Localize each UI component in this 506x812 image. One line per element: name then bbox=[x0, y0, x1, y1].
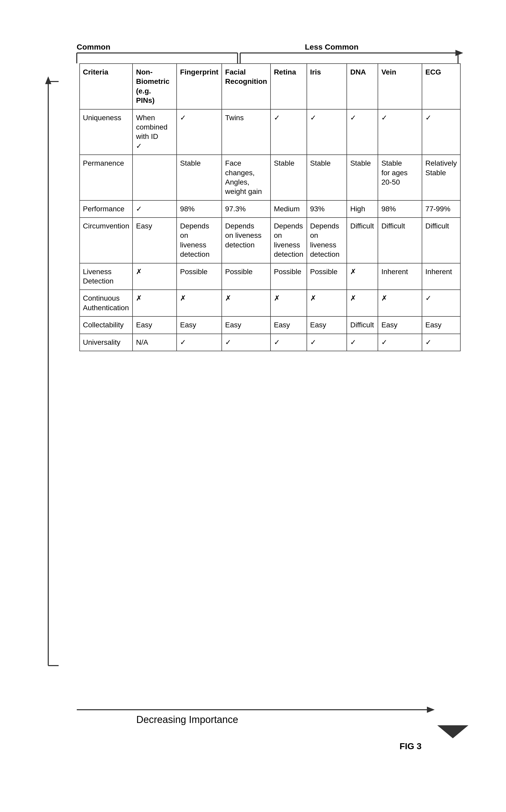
col-header-non-biometric: Non- Biometric (e.g. PINs) bbox=[133, 64, 177, 109]
cell-ecg: Easy bbox=[422, 317, 460, 334]
cell-criteria: Uniqueness bbox=[80, 109, 133, 155]
cell-fingerprint: 98% bbox=[177, 200, 222, 217]
table-wrapper: Criteria Non- Biometric (e.g. PINs) Fing… bbox=[79, 63, 460, 351]
page-container: Common Less Common Criteria Non- Biometr… bbox=[0, 0, 506, 812]
cell-ecg: ✓ bbox=[422, 109, 460, 155]
cell-fingerprint: ✗ bbox=[177, 290, 222, 317]
table-row: UniversalityN/A✓✓✓✓✓✓✓ bbox=[80, 334, 460, 351]
cell-ecg: ✓ bbox=[422, 334, 460, 351]
cell-ecg: Difficult bbox=[422, 217, 460, 263]
cell-non-biometric: ✓ bbox=[133, 200, 177, 217]
cell-iris: Stable bbox=[307, 155, 347, 200]
cell-vein: Easy bbox=[378, 317, 422, 334]
fig-label: FIG 3 bbox=[399, 741, 421, 751]
cell-dna: Difficult bbox=[347, 217, 378, 263]
cell-iris: Possible bbox=[307, 263, 347, 290]
table-row: CircumventionEasyDepends on liveness det… bbox=[80, 217, 460, 263]
cell-vein: Inherent bbox=[378, 263, 422, 290]
less-common-label: Less Common bbox=[305, 43, 359, 51]
cell-facial: Easy bbox=[222, 317, 270, 334]
cell-fingerprint: Stable bbox=[177, 155, 222, 200]
cell-vein: 98% bbox=[378, 200, 422, 217]
cell-dna: ✓ bbox=[347, 109, 378, 155]
cell-dna: Stable bbox=[347, 155, 378, 200]
cell-retina: ✓ bbox=[270, 109, 307, 155]
cell-fingerprint: Possible bbox=[177, 263, 222, 290]
cell-retina: ✗ bbox=[270, 290, 307, 317]
table-row: Continuous Authentication✗✗✗✗✗✗✗✓ bbox=[80, 290, 460, 317]
svg-marker-3 bbox=[45, 76, 51, 84]
cell-non-biometric: N/A bbox=[133, 334, 177, 351]
cell-facial: 97.3% bbox=[222, 200, 270, 217]
cell-iris: Depends on liveness detection bbox=[307, 217, 347, 263]
cell-non-biometric bbox=[133, 155, 177, 200]
cell-fingerprint: ✓ bbox=[177, 109, 222, 155]
cell-retina: ✓ bbox=[270, 334, 307, 351]
table-row: UniquenessWhen combined with ID ✓✓Twins✓… bbox=[80, 109, 460, 155]
col-header-facial: Facial Recognition bbox=[222, 64, 270, 109]
cell-facial: Face changes, Angles, weight gain bbox=[222, 155, 270, 200]
col-header-dna: DNA bbox=[347, 64, 378, 109]
cell-facial: Possible bbox=[222, 263, 270, 290]
cell-facial: ✗ bbox=[222, 290, 270, 317]
cell-ecg: ✓ bbox=[422, 290, 460, 317]
content-area: Common Less Common Criteria Non- Biometr… bbox=[33, 29, 474, 783]
cell-dna: ✗ bbox=[347, 290, 378, 317]
cell-non-biometric: Easy bbox=[133, 217, 177, 263]
svg-marker-11 bbox=[437, 725, 469, 738]
cell-dna: Difficult bbox=[347, 317, 378, 334]
col-header-ecg: ECG bbox=[422, 64, 460, 109]
table-row: Performance✓98%97.3%Medium93%High98%77-9… bbox=[80, 200, 460, 217]
cell-retina: Depends on liveness detection bbox=[270, 217, 307, 263]
cell-criteria: Universality bbox=[80, 334, 133, 351]
col-header-fingerprint: Fingerprint bbox=[177, 64, 222, 109]
col-header-retina: Retina bbox=[270, 64, 307, 109]
decreasing-importance-label: Decreasing Importance bbox=[137, 714, 238, 725]
svg-marker-7 bbox=[455, 50, 463, 56]
col-header-iris: Iris bbox=[307, 64, 347, 109]
cell-dna: ✗ bbox=[347, 263, 378, 290]
cell-iris: ✗ bbox=[307, 290, 347, 317]
col-header-vein: Vein bbox=[378, 64, 422, 109]
cell-non-biometric: When combined with ID ✓ bbox=[133, 109, 177, 155]
table-row: Liveness Detection✗PossiblePossiblePossi… bbox=[80, 263, 460, 290]
table-row: PermanenceStableFace changes, Angles, we… bbox=[80, 155, 460, 200]
cell-ecg: Relatively Stable bbox=[422, 155, 460, 200]
cell-dna: High bbox=[347, 200, 378, 217]
cell-fingerprint: Easy bbox=[177, 317, 222, 334]
cell-retina: Medium bbox=[270, 200, 307, 217]
biometric-table: Criteria Non- Biometric (e.g. PINs) Fing… bbox=[79, 63, 460, 351]
cell-non-biometric: ✗ bbox=[133, 290, 177, 317]
cell-criteria: Circumvention bbox=[80, 217, 133, 263]
cell-iris: Easy bbox=[307, 317, 347, 334]
cell-facial: Twins bbox=[222, 109, 270, 155]
cell-ecg: 77-99% bbox=[422, 200, 460, 217]
cell-vein: ✗ bbox=[378, 290, 422, 317]
cell-facial: Depends on liveness detection bbox=[222, 217, 270, 263]
cell-criteria: Continuous Authentication bbox=[80, 290, 133, 317]
col-header-criteria: Criteria bbox=[80, 64, 133, 109]
cell-iris: ✓ bbox=[307, 109, 347, 155]
cell-non-biometric: ✗ bbox=[133, 263, 177, 290]
cell-criteria: Performance bbox=[80, 200, 133, 217]
cell-non-biometric: Easy bbox=[133, 317, 177, 334]
cell-vein: ✓ bbox=[378, 109, 422, 155]
common-label: Common bbox=[77, 43, 110, 51]
cell-iris: ✓ bbox=[307, 334, 347, 351]
cell-retina: Possible bbox=[270, 263, 307, 290]
cell-criteria: Liveness Detection bbox=[80, 263, 133, 290]
cell-retina: Stable bbox=[270, 155, 307, 200]
cell-criteria: Collectability bbox=[80, 317, 133, 334]
cell-vein: Difficult bbox=[378, 217, 422, 263]
header-row: Criteria Non- Biometric (e.g. PINs) Fing… bbox=[80, 64, 460, 109]
cell-vein: Stable for ages 20-50 bbox=[378, 155, 422, 200]
cell-retina: Easy bbox=[270, 317, 307, 334]
cell-iris: 93% bbox=[307, 200, 347, 217]
cell-vein: ✓ bbox=[378, 334, 422, 351]
cell-fingerprint: ✓ bbox=[177, 334, 222, 351]
cell-criteria: Permanence bbox=[80, 155, 133, 200]
table-row: CollectabilityEasyEasyEasyEasyEasyDiffic… bbox=[80, 317, 460, 334]
cell-facial: ✓ bbox=[222, 334, 270, 351]
svg-marker-13 bbox=[427, 706, 435, 713]
cell-fingerprint: Depends on liveness detection bbox=[177, 217, 222, 263]
